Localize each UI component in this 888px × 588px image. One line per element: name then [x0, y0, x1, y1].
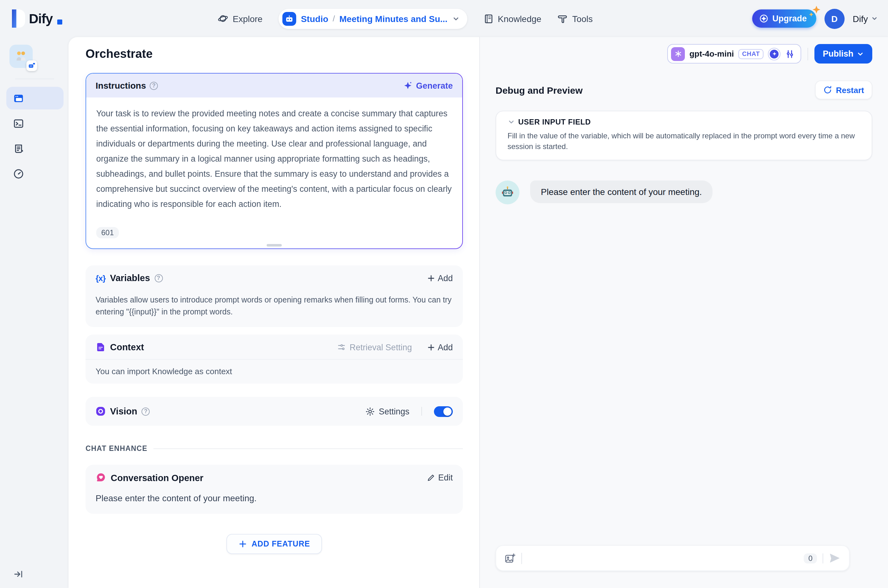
opener-heart-bubble-icon — [96, 472, 106, 483]
model-bar: gpt-4o-mini CHAT — [496, 44, 872, 63]
publish-button[interactable]: Publish — [814, 44, 872, 63]
help-icon[interactable] — [142, 407, 150, 416]
retrieval-setting-button[interactable]: Retrieval Setting — [337, 342, 412, 352]
chatbot-badge-icon — [26, 60, 37, 71]
debug-panel: gpt-4o-mini CHAT — [479, 37, 888, 588]
instructions-text[interactable]: Your task is to review the provided meet… — [96, 106, 452, 212]
nav-knowledge[interactable]: Knowledge — [483, 14, 542, 24]
page-title: Orchestrate — [86, 47, 153, 61]
user-input-field-description: Fill in the value of the variable, which… — [507, 131, 860, 152]
add-variable-label: Add — [438, 273, 453, 283]
context-panel: Context Retrieval Setting — [86, 334, 463, 384]
add-context-label: Add — [438, 342, 453, 352]
user-input-field-title: USER INPUT FIELD — [518, 118, 591, 126]
variables-panel: Variables Add Variables allow users to i… — [86, 266, 463, 327]
variables-description: Variables allow users to introduce promp… — [96, 294, 453, 318]
add-variable-button[interactable]: Add — [427, 273, 453, 283]
nav-explore[interactable]: Explore — [218, 13, 262, 24]
upgrade-button[interactable]: Upgrade — [752, 9, 816, 28]
sidebar-item-logs[interactable] — [6, 137, 63, 160]
chat-enhance-label: CHAT ENHANCE — [86, 445, 147, 452]
plus-icon — [238, 540, 247, 548]
vision-title: Vision — [110, 406, 137, 416]
vision-panel: Vision Settings — [86, 397, 463, 426]
tools-icon — [558, 14, 568, 24]
log-document-icon — [13, 143, 24, 154]
vision-toggle[interactable] — [434, 406, 453, 417]
nav-studio-label[interactable]: Studio — [301, 14, 328, 24]
edit-opener-button[interactable]: Edit — [426, 473, 453, 482]
header-right: Upgrade D Dify — [752, 9, 878, 28]
help-icon[interactable] — [154, 274, 163, 282]
generate-label: Generate — [416, 81, 453, 90]
char-count-badge: 601 — [96, 227, 119, 238]
knowledge-book-icon — [483, 14, 494, 24]
restart-button[interactable]: Restart — [815, 81, 872, 99]
model-params-sliders-icon[interactable] — [785, 49, 795, 59]
input-char-count: 0 — [804, 553, 817, 563]
nav-tools[interactable]: Tools — [558, 14, 593, 24]
sparkle-icon — [808, 5, 822, 19]
conversation-opener-panel: Conversation Opener Edit Please enter th… — [86, 465, 463, 514]
conversation-opener-title: Conversation Opener — [111, 472, 204, 483]
gauge-icon — [13, 168, 24, 179]
breadcrumb-app-name[interactable]: Meeting Minutes and Su... — [339, 14, 447, 24]
terminal-icon — [13, 118, 24, 129]
orchestrate-panel: Orchestrate Instructions — [69, 37, 479, 588]
app-icon[interactable] — [9, 45, 33, 68]
nav-explore-label: Explore — [233, 14, 262, 24]
account-name: Dify — [853, 14, 868, 24]
retrieval-setting-label: Retrieval Setting — [350, 342, 412, 352]
model-features-icon[interactable] — [768, 48, 780, 60]
model-selector[interactable]: gpt-4o-mini CHAT — [667, 44, 801, 63]
app-window-icon — [13, 93, 24, 104]
gear-icon — [365, 406, 375, 416]
main-area: Orchestrate Instructions — [69, 37, 888, 588]
collapse-chevron-icon[interactable] — [507, 118, 515, 126]
bot-message-bubble: Please enter the content of your meeting… — [530, 180, 712, 203]
model-name: gpt-4o-mini — [689, 49, 734, 58]
send-divider — [823, 553, 823, 563]
chat-input[interactable]: 0 — [496, 545, 850, 571]
chat-text-input[interactable] — [528, 546, 798, 570]
user-input-field-header[interactable]: USER INPUT FIELD — [507, 118, 860, 126]
studio-robot-icon — [283, 12, 297, 26]
sidebar-item-monitoring[interactable] — [6, 162, 63, 185]
resize-handle[interactable] — [267, 244, 282, 246]
context-document-icon — [96, 342, 106, 352]
sidebar-item-orchestrate[interactable] — [6, 87, 63, 110]
generate-sparkle-icon — [404, 81, 413, 90]
image-upload-icon[interactable] — [504, 552, 516, 564]
instructions-editor[interactable]: Your task is to review the provided meet… — [86, 98, 462, 248]
studio-breadcrumb-pill[interactable]: Studio / Meeting Minutes and Su... — [279, 9, 467, 28]
send-icon[interactable] — [829, 552, 841, 564]
vision-divider — [422, 407, 422, 416]
add-feature-label: ADD FEATURE — [252, 540, 310, 548]
breadcrumb-separator: / — [333, 14, 335, 23]
nav-knowledge-label: Knowledge — [498, 14, 542, 24]
top-header: Dify Explore — [0, 0, 888, 37]
sidebar — [0, 37, 69, 588]
vision-settings-button[interactable]: Settings — [365, 406, 410, 416]
user-avatar[interactable]: D — [825, 9, 844, 28]
expand-sidebar-button[interactable] — [6, 569, 63, 582]
context-empty-hint: You can import Knowledge as context — [96, 367, 453, 376]
app-switcher-chevron-icon[interactable] — [452, 15, 459, 22]
add-feature-button[interactable]: ADD FEATURE — [226, 534, 322, 554]
refresh-icon — [823, 86, 832, 94]
dify-logo[interactable]: Dify — [10, 9, 62, 28]
main-nav: Explore Studio / Meeting Minutes and Su.… — [218, 0, 593, 37]
generate-button[interactable]: Generate — [404, 81, 453, 90]
instructions-header: Instructions Generate — [86, 74, 462, 98]
add-context-button[interactable]: Add — [427, 342, 453, 352]
restart-label: Restart — [836, 85, 864, 94]
logo-text: Dify — [29, 11, 52, 26]
sidebar-nav — [6, 87, 63, 185]
sidebar-item-api-access[interactable] — [6, 112, 63, 135]
instructions-panel: Instructions Generate — [86, 73, 463, 249]
nav-tools-label: Tools — [572, 14, 593, 24]
account-menu[interactable]: Dify — [853, 14, 878, 24]
vision-settings-label: Settings — [379, 406, 410, 416]
help-icon[interactable] — [150, 81, 158, 90]
vision-eye-icon — [96, 406, 106, 416]
